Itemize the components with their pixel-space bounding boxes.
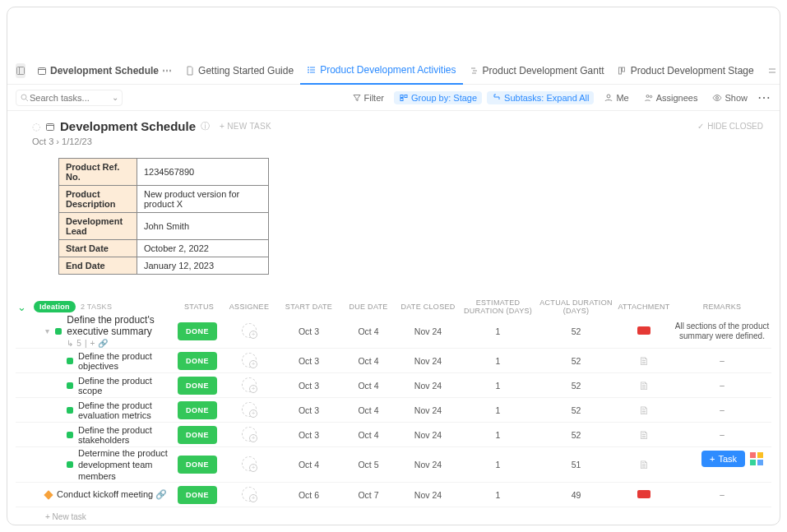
hide-closed-button[interactable]: ✓ HIDE CLOSED — [697, 122, 763, 131]
info-icon[interactable]: ⓘ — [201, 120, 210, 132]
assignees-button[interactable]: Assignees — [639, 91, 703, 104]
task-row[interactable]: Define the product scopeDONEOct 3Oct 4No… — [16, 373, 771, 398]
doc-attachment-icon[interactable]: 🗎 — [638, 458, 650, 471]
more-icon[interactable]: ⋯ — [162, 65, 172, 76]
due-date-cell[interactable]: Oct 4 — [340, 405, 397, 415]
act-duration-cell[interactable]: 51 — [537, 460, 615, 470]
new-task-link[interactable]: + New task — [16, 507, 771, 525]
remarks-cell[interactable]: – — [673, 381, 771, 391]
task-row[interactable]: Define the product stakeholdersDONEOct 3… — [16, 423, 771, 447]
list-title-tab[interactable]: Development Schedule ⋯ — [30, 57, 178, 85]
assignee-placeholder[interactable] — [242, 377, 257, 392]
me-button[interactable]: Me — [599, 91, 633, 104]
chevron-down-icon[interactable]: ⌄ — [112, 93, 118, 102]
act-duration-cell[interactable]: 49 — [537, 490, 615, 500]
due-date-cell[interactable]: Oct 4 — [340, 326, 397, 336]
assignee-placeholder[interactable] — [242, 323, 257, 338]
remarks-cell[interactable]: – — [673, 430, 771, 440]
group-pill[interactable]: Ideation — [34, 301, 76, 312]
search-input[interactable] — [30, 93, 95, 103]
est-duration-cell[interactable]: 1 — [459, 460, 537, 470]
show-button[interactable]: Show — [707, 91, 752, 104]
assignee-placeholder[interactable] — [242, 353, 257, 368]
tab-getting-started[interactable]: Getting Started Guide — [178, 57, 300, 85]
task-row[interactable]: Define the product evaluation metricsDON… — [16, 398, 771, 423]
date-closed-cell[interactable]: Nov 24 — [397, 430, 459, 440]
status-badge[interactable]: DONE — [178, 352, 217, 370]
task-row[interactable]: Define the product objectivesDONEOct 3Oc… — [16, 349, 771, 373]
filter-button[interactable]: Filter — [347, 91, 389, 104]
remarks-cell[interactable]: – — [673, 405, 771, 415]
task-row[interactable]: Conduct kickoff meeting 🔗DONEOct 6Oct 7N… — [16, 483, 771, 507]
collapse-icon[interactable]: ◌ — [32, 121, 40, 132]
col-attach[interactable]: ATTACHMENT — [615, 303, 673, 311]
est-duration-cell[interactable]: 1 — [459, 356, 537, 366]
act-duration-cell[interactable]: 52 — [537, 326, 615, 336]
status-badge[interactable]: DONE — [178, 322, 217, 340]
date-closed-cell[interactable]: Nov 24 — [397, 405, 459, 415]
col-est[interactable]: ESTIMATED DURATION (DAYS) — [459, 298, 537, 315]
start-date-cell[interactable]: Oct 3 — [278, 326, 340, 336]
col-start[interactable]: START DATE — [278, 303, 340, 311]
est-duration-cell[interactable]: 1 — [459, 381, 537, 391]
status-badge[interactable]: DONE — [178, 401, 217, 419]
tab-stage[interactable]: Product Development Stage — [611, 57, 761, 85]
group-by-button[interactable]: Group by: Stage — [394, 91, 482, 104]
remarks-cell[interactable]: All sections of the product summary were… — [673, 322, 771, 341]
due-date-cell[interactable]: Oct 4 — [340, 381, 397, 391]
col-act[interactable]: ACTUAL DURATION (DAYS) — [537, 298, 615, 315]
task-row[interactable]: Determine the product development team m… — [16, 447, 771, 483]
tab-gantt[interactable]: Product Development Gantt — [463, 57, 611, 85]
est-duration-cell[interactable]: 1 — [459, 405, 537, 415]
start-date-cell[interactable]: Oct 3 — [278, 381, 340, 391]
act-duration-cell[interactable]: 52 — [537, 430, 615, 440]
tab-activities[interactable]: Product Development Activities — [300, 57, 462, 85]
collapse-arrow-icon[interactable]: ▾ — [45, 326, 50, 335]
attach-icon[interactable]: 🔗 — [98, 339, 108, 348]
collapse-group-icon[interactable]: ⌄ — [16, 301, 29, 313]
assignee-placeholder[interactable] — [242, 427, 257, 442]
more-menu-button[interactable]: ⋯ — [757, 90, 771, 105]
date-closed-cell[interactable]: Nov 24 — [397, 460, 459, 470]
status-badge[interactable]: DONE — [178, 426, 217, 444]
new-task-button[interactable]: + NEW TASK — [220, 122, 271, 131]
start-date-cell[interactable]: Oct 4 — [278, 460, 340, 470]
due-date-cell[interactable]: Oct 5 — [340, 460, 397, 470]
due-date-cell[interactable]: Oct 4 — [340, 356, 397, 366]
col-due[interactable]: DUE DATE — [340, 303, 397, 311]
expand-sidebar-icon[interactable] — [16, 63, 25, 78]
est-duration-cell[interactable]: 1 — [459, 490, 537, 500]
tab-timeline[interactable]: Timeline — [761, 57, 780, 85]
pdf-attachment-icon[interactable] — [637, 490, 650, 498]
est-duration-cell[interactable]: 1 — [459, 326, 537, 336]
plus-icon[interactable]: + — [90, 339, 95, 348]
col-assignee[interactable]: ASSIGNEE — [220, 303, 278, 311]
start-date-cell[interactable]: Oct 3 — [278, 356, 340, 366]
start-date-cell[interactable]: Oct 3 — [278, 430, 340, 440]
doc-attachment-icon[interactable]: 🗎 — [638, 404, 650, 417]
col-status[interactable]: STATUS — [178, 303, 220, 311]
act-duration-cell[interactable]: 52 — [537, 405, 615, 415]
start-date-cell[interactable]: Oct 6 — [278, 490, 340, 500]
est-duration-cell[interactable]: 1 — [459, 430, 537, 440]
new-task-floating-button[interactable]: + Task — [701, 451, 745, 467]
date-closed-cell[interactable]: Nov 24 — [397, 356, 459, 366]
remarks-cell[interactable]: – — [673, 356, 771, 366]
pdf-attachment-icon[interactable] — [637, 326, 650, 335]
act-duration-cell[interactable]: 52 — [537, 356, 615, 366]
apps-icon[interactable] — [750, 452, 763, 465]
remarks-cell[interactable]: – — [673, 490, 771, 500]
doc-attachment-icon[interactable]: 🗎 — [638, 354, 650, 368]
act-duration-cell[interactable]: 52 — [537, 381, 615, 391]
search-input-wrap[interactable]: ⌄ — [16, 90, 123, 106]
due-date-cell[interactable]: Oct 4 — [340, 430, 397, 440]
status-badge[interactable]: DONE — [178, 456, 217, 474]
start-date-cell[interactable]: Oct 3 — [278, 405, 340, 415]
doc-attachment-icon[interactable]: 🗎 — [638, 428, 650, 442]
task-row[interactable]: ▾Define the product's executive summary↳… — [16, 314, 771, 349]
assignee-placeholder[interactable] — [242, 487, 257, 502]
date-closed-cell[interactable]: Nov 24 — [397, 326, 459, 336]
date-closed-cell[interactable]: Nov 24 — [397, 381, 459, 391]
assignee-placeholder[interactable] — [242, 456, 257, 471]
date-closed-cell[interactable]: Nov 24 — [397, 490, 459, 500]
